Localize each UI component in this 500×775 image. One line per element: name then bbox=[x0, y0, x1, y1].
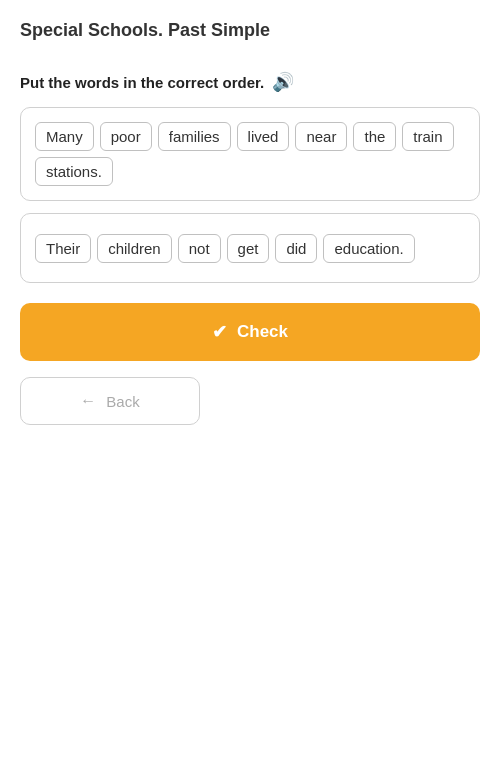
word-tile[interactable]: children bbox=[97, 234, 172, 263]
word-tile[interactable]: Many bbox=[35, 122, 94, 151]
word-tile[interactable]: near bbox=[295, 122, 347, 151]
word-tile[interactable]: did bbox=[275, 234, 317, 263]
word-tile[interactable]: poor bbox=[100, 122, 152, 151]
word-tile[interactable]: not bbox=[178, 234, 221, 263]
word-tile[interactable]: get bbox=[227, 234, 270, 263]
page-title: Special Schools. Past Simple bbox=[20, 20, 480, 51]
word-tile[interactable]: stations. bbox=[35, 157, 113, 186]
check-button[interactable]: ✔ Check bbox=[20, 303, 480, 361]
word-tile[interactable]: lived bbox=[237, 122, 290, 151]
back-arrow-icon: ← bbox=[80, 392, 96, 410]
instruction-text: Put the words in the correct order. bbox=[20, 74, 264, 91]
sentence-box-2: Theirchildrennotgetdideducation. bbox=[20, 213, 480, 283]
check-icon: ✔ bbox=[212, 321, 227, 343]
sentence-box-1: Manypoorfamilieslivednearthetrainstation… bbox=[20, 107, 480, 201]
word-tile[interactable]: the bbox=[353, 122, 396, 151]
word-tile[interactable]: train bbox=[402, 122, 453, 151]
check-button-label: Check bbox=[237, 322, 288, 342]
back-button-label: Back bbox=[106, 393, 139, 410]
word-tile[interactable]: Their bbox=[35, 234, 91, 263]
speaker-icon[interactable]: 🔊 bbox=[272, 71, 294, 93]
word-tile[interactable]: education. bbox=[323, 234, 414, 263]
word-tile[interactable]: families bbox=[158, 122, 231, 151]
back-button[interactable]: ← Back bbox=[20, 377, 200, 425]
